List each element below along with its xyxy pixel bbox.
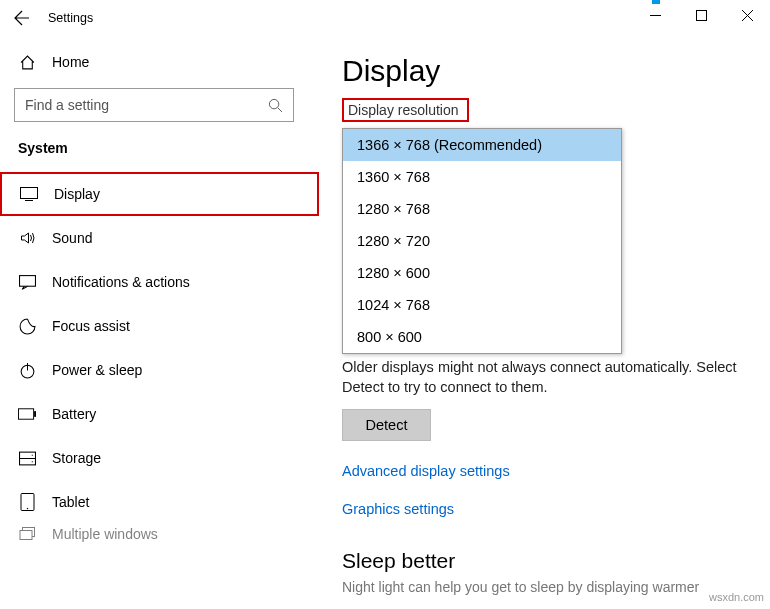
svg-rect-0 <box>696 10 706 20</box>
sidebar-item-label: Display <box>54 186 100 202</box>
advanced-display-link[interactable]: Advanced display settings <box>342 463 748 479</box>
svg-point-9 <box>26 508 27 509</box>
display-icon <box>20 187 38 201</box>
sleep-heading: Sleep better <box>342 549 748 573</box>
sidebar-item-sound[interactable]: Sound <box>0 216 319 260</box>
sidebar-item-multiple-windows[interactable]: Multiple windows <box>0 524 319 544</box>
sidebar-item-label: Sound <box>52 230 92 246</box>
arrow-left-icon <box>14 10 30 26</box>
resolution-dropdown[interactable]: 1366 × 768 (Recommended) 1360 × 768 1280… <box>342 128 622 354</box>
search-input[interactable]: Find a setting <box>14 88 294 122</box>
watermark: wsxdn.com <box>709 591 764 603</box>
power-icon <box>18 362 36 379</box>
sidebar-item-label: Notifications & actions <box>52 274 190 290</box>
sidebar-item-label: Battery <box>52 406 96 422</box>
content-pane: Display Display resolution 1366 × 768 (R… <box>320 36 770 609</box>
maximize-button[interactable] <box>678 0 724 30</box>
search-icon <box>268 98 283 113</box>
detect-button[interactable]: Detect <box>342 409 431 441</box>
sidebar-item-battery[interactable]: Battery <box>0 392 319 436</box>
tablet-icon <box>18 493 36 511</box>
window-title: Settings <box>44 11 93 25</box>
sidebar-item-label: Tablet <box>52 494 89 510</box>
battery-icon <box>18 408 36 420</box>
sidebar-item-label: Power & sleep <box>52 362 142 378</box>
home-icon <box>18 54 36 71</box>
section-title: System <box>0 132 319 172</box>
titlebar: Settings <box>0 0 770 36</box>
close-button[interactable] <box>724 0 770 30</box>
minimize-button[interactable] <box>632 0 678 30</box>
search-placeholder: Find a setting <box>25 97 109 113</box>
resolution-option[interactable]: 1024 × 768 <box>343 289 621 321</box>
svg-rect-2 <box>21 188 38 199</box>
page-title: Display <box>342 54 748 88</box>
focus-icon <box>18 318 36 335</box>
sleep-description: Night light can help you get to sleep by… <box>342 579 748 595</box>
graphics-settings-link[interactable]: Graphics settings <box>342 501 748 517</box>
resolution-option[interactable]: 1280 × 720 <box>343 225 621 257</box>
resolution-option[interactable]: 1280 × 600 <box>343 257 621 289</box>
resolution-option[interactable]: 800 × 600 <box>343 321 621 353</box>
sidebar-item-power[interactable]: Power & sleep <box>0 348 319 392</box>
resolution-label: Display resolution <box>342 98 469 122</box>
sidebar-item-tablet[interactable]: Tablet <box>0 480 319 524</box>
storage-icon <box>18 450 36 467</box>
sidebar-item-display[interactable]: Display <box>0 172 319 216</box>
home-label: Home <box>52 54 89 70</box>
resolution-option[interactable]: 1360 × 768 <box>343 161 621 193</box>
resolution-option[interactable]: 1366 × 768 (Recommended) <box>343 129 621 161</box>
back-button[interactable] <box>0 0 44 36</box>
resolution-option[interactable]: 1280 × 768 <box>343 193 621 225</box>
svg-rect-11 <box>20 531 32 540</box>
svg-rect-6 <box>34 411 36 417</box>
svg-point-1 <box>269 99 278 108</box>
notifications-icon <box>18 275 36 290</box>
detect-description: Older displays might not always connect … <box>342 358 748 397</box>
sidebar-item-label: Storage <box>52 450 101 466</box>
maximize-icon <box>696 10 707 21</box>
home-link[interactable]: Home <box>0 40 319 84</box>
sidebar-item-label: Multiple windows <box>52 526 158 542</box>
sidebar-item-label: Focus assist <box>52 318 130 334</box>
svg-rect-5 <box>18 409 33 419</box>
close-icon <box>742 10 753 21</box>
windows-icon <box>18 527 36 541</box>
svg-rect-3 <box>19 275 35 286</box>
sidebar-item-focus[interactable]: Focus assist <box>0 304 319 348</box>
sound-icon <box>18 230 36 246</box>
minimize-icon <box>650 10 661 21</box>
sidebar: Home Find a setting System Display Sound… <box>0 36 320 609</box>
sidebar-item-storage[interactable]: Storage <box>0 436 319 480</box>
sidebar-item-notifications[interactable]: Notifications & actions <box>0 260 319 304</box>
